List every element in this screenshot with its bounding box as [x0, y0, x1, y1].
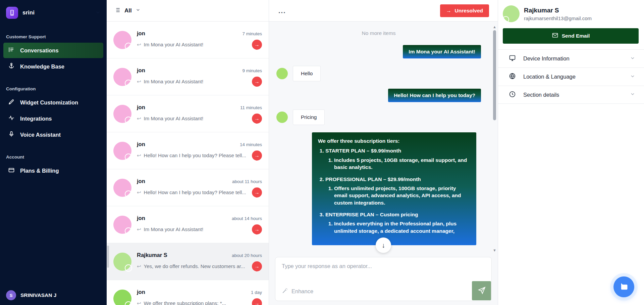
avatar — [113, 142, 131, 160]
open-conversation-button[interactable]: → — [252, 40, 262, 50]
open-conversation-button[interactable]: → — [252, 114, 262, 124]
conversation-list-item[interactable]: Rajkumar S about 20 hours ↩Yes, we do of… — [107, 243, 269, 280]
conversation-name: jon — [137, 289, 145, 295]
send-message-button[interactable] — [472, 281, 491, 300]
scrollbar-up-arrow[interactable]: ▲ — [493, 25, 496, 29]
avatar — [276, 112, 288, 123]
conversation-preview: ↩We offer three subscription plans: *... — [137, 300, 226, 305]
accordion-location-language[interactable]: Location & Language — [498, 68, 644, 86]
magic-wand-icon — [282, 288, 288, 295]
reply-icon: ↩ — [137, 152, 141, 159]
avatar — [113, 253, 131, 271]
filter-label: All — [124, 7, 132, 14]
send-email-button[interactable]: Send Email — [503, 28, 639, 44]
workspace-switcher[interactable]: srini — [0, 0, 107, 22]
india-flag-icon — [125, 227, 132, 235]
conversation-filter[interactable]: All — [107, 0, 269, 21]
sidebar-section-label: Account — [0, 155, 107, 160]
conversation-list-item[interactable]: jon about 14 hours ↩Im Mona your AI Assi… — [107, 206, 269, 243]
workspace-name: srini — [22, 9, 91, 16]
conversation-list-item[interactable]: jon about 11 hours ↩Hello! How can I hel… — [107, 169, 269, 206]
sidebar-user[interactable]: S SRINIVASAN J — [0, 290, 107, 300]
sidebar-item-label: Knowledge Base — [20, 63, 64, 70]
monitor-icon — [509, 54, 523, 63]
open-conversation-button[interactable]: → — [252, 261, 262, 271]
chat-menu-button[interactable]: ... — [278, 9, 286, 12]
visitor-message-bubble: Hello — [293, 66, 321, 81]
chat-widget-button[interactable] — [613, 276, 634, 297]
globe-icon — [509, 73, 523, 81]
sidebar-item-knowledge-base[interactable]: Knowledge Base — [3, 59, 103, 74]
open-conversation-button[interactable]: → — [252, 150, 262, 161]
chat-scrollbar-thumb[interactable] — [493, 30, 496, 120]
india-flag-icon — [125, 117, 132, 124]
avatar — [503, 5, 520, 22]
chat-scroll-area[interactable]: No more items Im Mona your AI Assistant!… — [269, 21, 498, 255]
reply-icon: ↩ — [137, 79, 141, 85]
avatar — [113, 31, 131, 49]
pulse-icon — [8, 115, 15, 123]
india-flag-icon — [125, 154, 132, 161]
conversation-list-item[interactable]: jon 1 day ↩We offer three subscription p… — [107, 280, 269, 305]
sidebar-section-label: Configuration — [0, 86, 107, 91]
accordion-label: Location & Language — [523, 74, 630, 80]
sidebar-item-integrations[interactable]: Integrations — [3, 111, 103, 126]
mic-icon — [8, 131, 15, 139]
arrow-right-icon: → — [446, 8, 451, 14]
conversation-preview: ↩Hello! How can I help you today? Please… — [137, 189, 246, 195]
conversation-timestamp: 9 minutes — [242, 68, 262, 73]
conversation-list-item[interactable]: jon 7 minutes ↩Im Mona your AI Assistant… — [107, 21, 269, 58]
conversation-preview: ↩Im Mona your AI Assistant! — [137, 42, 203, 48]
sidebar-item-label: Plans & Billing — [20, 168, 59, 174]
open-conversation-button[interactable]: → — [252, 298, 262, 305]
conversation-preview: ↩Im Mona your AI Assistant! — [137, 116, 203, 122]
visitor-message: Pricing — [276, 110, 325, 125]
avatar — [113, 105, 131, 123]
envelope-icon — [552, 32, 558, 40]
reply-input[interactable] — [275, 257, 491, 279]
reply-icon: ↩ — [137, 263, 141, 269]
sidebar-item-voice-assistant[interactable]: Voice Assistant — [3, 127, 103, 142]
sidebar-item-label: Widget Customization — [20, 99, 78, 106]
unresolved-button[interactable]: → Unresolved — [440, 4, 489, 17]
list-scrollbar[interactable] — [107, 246, 109, 268]
scroll-to-bottom-button[interactable]: ↓ — [376, 237, 391, 253]
card-icon — [8, 167, 15, 175]
sidebar-item-label: Integrations — [20, 116, 52, 122]
accordion-label: Device Information — [523, 55, 630, 62]
chat-panel: ... → Unresolved No more items Im Mona y… — [269, 0, 498, 305]
accordion-label: Section details — [523, 92, 630, 98]
conversation-timestamp: 14 minutes — [240, 142, 262, 147]
chat-bubble-icon — [619, 282, 629, 292]
conversation-list-item[interactable]: jon 9 minutes ↩Im Mona your AI Assistant… — [107, 58, 269, 95]
accordion-section-details[interactable]: Section details — [498, 86, 644, 104]
avatar — [276, 68, 288, 79]
open-conversation-button[interactable]: → — [252, 224, 262, 234]
sidebar: srini Customer Support Conversations Kno… — [0, 0, 107, 305]
india-flag-icon — [125, 43, 132, 50]
contact-sections: Device Information Location & Language S… — [498, 49, 644, 104]
sidebar-item-widget-customization[interactable]: Widget Customization — [3, 95, 103, 110]
scrollbar-down-arrow[interactable]: ▼ — [493, 248, 496, 252]
conversations-icon — [8, 46, 15, 54]
paper-plane-icon — [477, 286, 486, 296]
no-more-items-note: No more items — [276, 30, 481, 36]
app-root: srini Customer Support Conversations Kno… — [0, 0, 644, 305]
sidebar-item-conversations[interactable]: Conversations — [3, 43, 103, 58]
enhance-button[interactable]: Enhance — [282, 288, 313, 295]
agent-message-bubble: Hello! How can I help you today? — [388, 89, 481, 102]
visitor-message: Hello — [276, 66, 321, 81]
avatar — [113, 179, 131, 197]
sidebar-item-plans-billing[interactable]: Plans & Billing — [3, 163, 103, 178]
accordion-device-information[interactable]: Device Information — [498, 49, 644, 68]
conversation-list-item[interactable]: jon 14 minutes ↩Hello! How can I help yo… — [107, 132, 269, 169]
agent-message-bubble: Im Mona your AI Assistant! — [403, 45, 481, 58]
conversation-preview: ↩Yes, we do offer refunds. New customers… — [137, 263, 245, 269]
open-conversation-button[interactable]: → — [252, 187, 262, 198]
conversation-list-item[interactable]: jon 11 minutes ↩Im Mona your AI Assistan… — [107, 95, 269, 132]
visitor-message-bubble: Pricing — [293, 110, 325, 125]
open-conversation-button[interactable]: → — [252, 77, 262, 87]
conversation-timestamp: about 20 hours — [232, 253, 262, 258]
avatar — [113, 68, 131, 86]
conversation-timestamp: about 14 hours — [232, 216, 262, 221]
